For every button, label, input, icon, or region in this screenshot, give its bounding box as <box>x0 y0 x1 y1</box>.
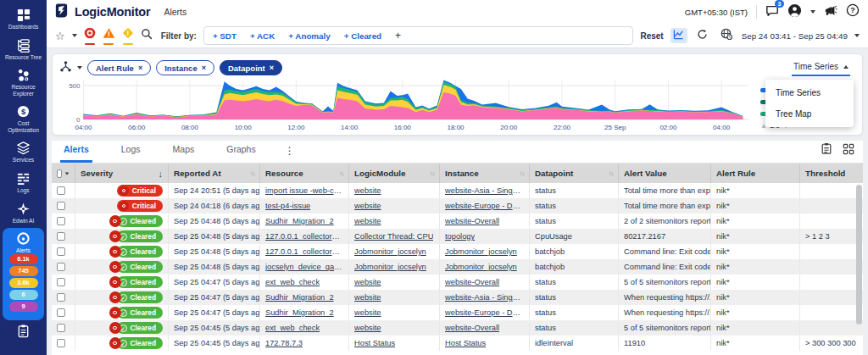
logicmodule-link[interactable]: Jobmonitor_jocselyn <box>354 247 426 256</box>
row-checkbox[interactable] <box>57 324 65 332</box>
col-datapoint[interactable]: Datapoint↑↓ <box>530 164 619 183</box>
cell-select[interactable] <box>52 320 75 336</box>
sidebar-item-services[interactable]: Services <box>3 137 44 168</box>
logicmodule-link[interactable]: website <box>354 308 381 317</box>
instance-link[interactable]: website-Overall <box>445 324 499 332</box>
scrollbar-thumb[interactable] <box>856 185 862 324</box>
logicmodule-link[interactable]: website <box>354 217 381 225</box>
col-alert-value[interactable]: Alert Value <box>619 164 711 183</box>
search-icon[interactable] <box>141 28 153 43</box>
table-row[interactable]: CriticalSep 24 04:18 (6 days ago)test-p4… <box>52 198 863 214</box>
announcements-button[interactable] <box>824 4 837 20</box>
col-severity[interactable]: Severity↓ <box>75 164 169 183</box>
group-by-caret-icon[interactable] <box>77 66 82 69</box>
col-reported-at[interactable]: Reported At↑↓ <box>169 164 260 183</box>
stacked-area-chart[interactable]: 04:0006:0008:0010:0012:0014:0016:0018:00… <box>59 77 755 133</box>
sidebar-item-resource-explorer[interactable]: Resource Explorer <box>3 64 44 101</box>
col-resource[interactable]: Resource↑↓ <box>260 164 349 183</box>
filter-chip-anomaly[interactable]: + Anomaly <box>288 31 330 41</box>
instance-link[interactable]: website-Asia - Singapore <box>445 186 524 195</box>
resource-link[interactable]: 127.0.0.1_collector_44122.. <box>265 232 343 241</box>
instance-link[interactable]: website-Europe - Dublin <box>445 308 524 317</box>
row-checkbox[interactable] <box>57 308 65 317</box>
cell-select[interactable] <box>52 336 75 351</box>
cell-select[interactable] <box>52 183 75 198</box>
resource-link[interactable]: Sudhir_Migration_2 <box>265 293 334 302</box>
add-filter-button[interactable]: + <box>395 30 401 42</box>
logicmodule-link[interactable]: website <box>354 278 381 286</box>
sidebar-item-dashboards[interactable]: Dashboards <box>3 4 44 35</box>
resource-link[interactable]: Sudhir_Migration_2 <box>265 217 334 225</box>
table-row[interactable]: ✓ClearedSep 25 04:48 (5 days ago)127.0.0… <box>52 229 863 244</box>
sort-icon[interactable]: ↑↓ <box>609 170 613 176</box>
instance-link[interactable]: website-Overall <box>445 217 499 225</box>
resource-link[interactable]: test-p4-issue <box>265 202 310 210</box>
filter-chips-container[interactable]: + SDT + ACK + Anomaly + Cleared + <box>203 26 634 45</box>
date-range-caret-icon[interactable] <box>854 34 860 37</box>
col-logicmodule[interactable]: LogicModule↑↓ <box>349 164 440 183</box>
col-instance[interactable]: Instance↑↓ <box>440 164 530 183</box>
sort-icon[interactable]: ↑↓ <box>250 170 254 176</box>
notifications-button[interactable]: 3 <box>765 4 779 20</box>
cell-select[interactable] <box>52 290 75 305</box>
filter-chip-ack[interactable]: + ACK <box>250 31 275 41</box>
row-checkbox[interactable] <box>57 339 65 347</box>
resource-link[interactable]: 172.78.7.3 <box>265 339 303 347</box>
chart-view-toggle-button[interactable] <box>670 28 687 43</box>
select-all-header[interactable] <box>52 164 75 183</box>
cell-select[interactable] <box>52 214 75 229</box>
severity-filter-error[interactable]: ! <box>103 27 115 45</box>
sort-icon[interactable]: ↑↓ <box>339 170 343 176</box>
select-menu-caret-icon[interactable] <box>65 172 70 175</box>
table-row[interactable]: ✓ClearedSep 25 04:48 (5 days ago)127.0.0… <box>52 244 863 259</box>
chart-view-selector[interactable]: Time Series <box>792 60 850 76</box>
reset-button[interactable]: Reset <box>640 31 663 41</box>
date-range-selector[interactable]: Sep 24 03:41 - Sep 25 04:49 <box>742 31 848 41</box>
row-checkbox[interactable] <box>57 186 65 195</box>
table-row[interactable]: ✓ClearedSep 25 04:47 (5 days ago)ext_web… <box>52 275 863 290</box>
group-by-icon[interactable] <box>59 60 72 76</box>
logicmodule-link[interactable]: website <box>354 186 381 195</box>
saved-views-caret-icon[interactable] <box>72 34 77 37</box>
report-export-icon[interactable] <box>821 142 832 158</box>
cell-select[interactable] <box>52 305 75 320</box>
sidebar-item-cost-optimization[interactable]: $ Cost Optimization <box>3 101 44 137</box>
resource-link[interactable]: ext_web_check <box>265 278 320 286</box>
row-checkbox[interactable] <box>57 278 65 286</box>
cell-select[interactable] <box>52 259 75 275</box>
favorite-star-icon[interactable]: ☆ <box>55 30 65 42</box>
logicmodule-link[interactable]: website <box>354 324 381 332</box>
chart-filter-tag-alert-rule[interactable]: Alert Rule× <box>87 60 151 75</box>
row-checkbox[interactable] <box>57 263 65 271</box>
sort-desc-icon[interactable]: ↓ <box>159 169 164 179</box>
table-row[interactable]: ✓ClearedSep 25 04:48 (5 days ago)Sudhir_… <box>52 214 863 229</box>
card-view-icon[interactable] <box>843 143 854 158</box>
sidebar-item-alerts[interactable]: Alerts 6.1k7453.6k69 <box>3 228 44 320</box>
row-checkbox[interactable] <box>57 202 65 210</box>
table-row[interactable]: ✓ClearedSep 25 04:47 (5 days ago)Sudhir_… <box>52 305 863 320</box>
instance-link[interactable]: topology <box>445 232 475 241</box>
tab-graphs[interactable]: Graphs <box>223 139 259 163</box>
chart-filter-tag-instance[interactable]: Instance× <box>156 60 214 75</box>
filter-chip-cleared[interactable]: + Cleared <box>344 31 381 41</box>
sidebar-item-logs[interactable]: Logs <box>3 168 44 198</box>
remove-tag-icon[interactable]: × <box>138 64 142 72</box>
resource-link[interactable]: import issue -web-check <box>265 186 343 195</box>
refresh-button[interactable] <box>694 28 711 43</box>
table-row[interactable]: ✓ClearedSep 25 04:45 (5 days ago)ext_web… <box>52 320 863 336</box>
table-scrollbar[interactable] <box>856 185 862 353</box>
cell-select[interactable] <box>52 244 75 259</box>
tabs-overflow-menu-icon[interactable]: ⋮ <box>285 145 295 163</box>
row-checkbox[interactable] <box>57 247 65 256</box>
logicmodule-link[interactable]: Jobmonitor_jocselyn <box>354 263 426 271</box>
sort-icon[interactable]: ↑↓ <box>520 170 524 176</box>
col-alert-rule[interactable]: Alert Rule <box>711 164 800 183</box>
instance-link[interactable]: Jobmonitor_jocselyn <box>445 263 517 271</box>
table-row[interactable]: ✓ClearedSep 25 04:48 (5 days ago)jocsely… <box>52 259 863 275</box>
logicmodule-link[interactable]: website <box>354 202 381 210</box>
table-row[interactable]: CriticalSep 24 20:51 (5 days ago)import … <box>52 183 863 198</box>
table-row[interactable]: ✓ClearedSep 25 04:47 (5 days ago)Sudhir_… <box>52 290 863 305</box>
sort-icon[interactable]: ↑↓ <box>430 170 434 176</box>
menu-item-tree-map[interactable]: Tree Map <box>765 103 854 125</box>
tab-logs[interactable]: Logs <box>118 139 144 163</box>
